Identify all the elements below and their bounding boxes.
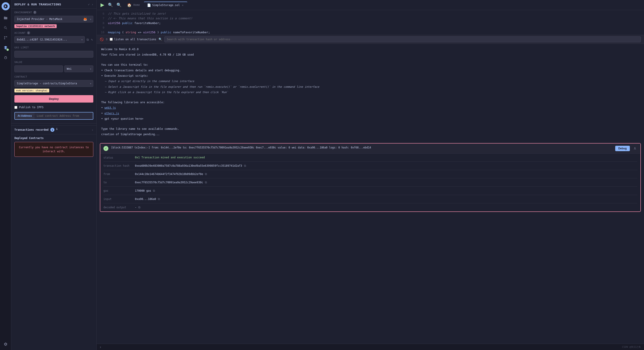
sidebar-item-debug[interactable] (2, 54, 10, 62)
code-line-9: 9 (97, 26, 644, 30)
code-line-10: 10 mapping ( string => uint256 ) public … (97, 30, 644, 35)
tab-home[interactable]: 🏠 Home (124, 2, 143, 8)
publish-ipfs-checkbox[interactable] (14, 106, 17, 109)
tx-detail-decoded: decoded output - ⧉ (104, 203, 637, 212)
sub1: – Input a script directly in the command… (101, 79, 640, 84)
contract-label: CONTRACT (11, 73, 96, 79)
deployed-contracts-section: Deployed Contracts Currently you have no… (11, 134, 96, 159)
deployed-title: Deployed Contracts (14, 136, 93, 140)
home-icon: 🏠 (127, 3, 132, 7)
check-icon[interactable]: ✓ (88, 3, 90, 6)
tx-success-icon: ✓ (104, 146, 108, 151)
environment-info-icon[interactable]: i (33, 11, 36, 14)
tx-detail-input: input 0xa90...186a0 ⧉ (104, 195, 637, 203)
line-num-6: 6 (97, 12, 108, 16)
contract-select[interactable]: SimpleStorage - contracts/SimpleStora (14, 80, 93, 87)
editor-toolbar: ▶ 🔍 🔍 🏠 Home 📄 SimpleStorage.sol ✕ (97, 0, 644, 10)
edit-address-icon[interactable]: ✎ (90, 37, 93, 42)
copy-input-icon[interactable]: ⧉ (158, 197, 160, 201)
listen-all-checkbox[interactable] (110, 38, 113, 41)
libraries-line: The following libraries are accessible: (101, 100, 640, 104)
transactions-recorded-section[interactable]: Transactions recorded 1 i › (11, 125, 96, 134)
line-num-9: 9 (97, 26, 108, 30)
copy-gas-icon[interactable]: ⧉ (153, 189, 155, 192)
value-unit-wrapper: Wei Gwei Ether ▾ (64, 66, 93, 72)
sidebar-item-files[interactable] (2, 14, 10, 22)
gas-limit-label: GAS LIMIT (11, 44, 96, 50)
tx-detail-to: to 0xec7f6535570cf5d7c70091ea9a3952c29ae… (104, 178, 637, 187)
deploy-badge (6, 48, 9, 51)
code-line-7: 7 // <- This means that this section is … (97, 16, 644, 21)
code-line-8: 8 uint256 public favoriteNumber; (97, 21, 644, 26)
pending-line: creation of SimpleStorage pending... (101, 132, 640, 136)
deploy-button[interactable]: Deploy (14, 95, 93, 102)
svg-point-3 (4, 36, 5, 37)
file-icon: 📄 (147, 3, 151, 7)
tx-chevron-icon: › (92, 128, 93, 132)
account-select[interactable]: 0xb82...c428f (2.59621451924... (14, 36, 85, 43)
expand-terminal-button[interactable]: › (100, 345, 101, 349)
sub2: – Select a Javascript file in the file e… (101, 84, 640, 89)
value-row: 0 Wei Gwei Ether ▾ (14, 66, 93, 72)
tx-count: 0 (106, 38, 108, 41)
line-num-8: 8 (97, 21, 108, 26)
copy-to-icon[interactable]: ⧉ (205, 180, 207, 184)
sidebar-item-settings[interactable] (2, 340, 10, 348)
bullet2: • Execute Javascript scripts: (101, 74, 640, 78)
network-badge: Sepolia (11155111) network (11, 24, 96, 29)
copy-from-icon[interactable]: ⧉ (205, 172, 207, 176)
gas-limit-input[interactable]: 3000000 (14, 51, 93, 58)
tx-details: status 0x1 Transaction mined and executi… (100, 154, 640, 212)
line-content-8: uint256 public favoriteNumber; (108, 21, 161, 26)
tx-info-icon[interactable]: i (56, 128, 60, 132)
terminal-welcome: Welcome to Remix 0.43.0 Your files are s… (97, 44, 644, 141)
value-unit-select[interactable]: Wei Gwei Ether (64, 66, 93, 72)
listen-label: listen on all transactions (114, 38, 156, 41)
zoom-in-button[interactable]: 🔍 (107, 2, 114, 8)
main-area: ▶ 🔍 🔍 🏠 Home 📄 SimpleStorage.sol ✕ 6 // … (97, 0, 644, 350)
tabs-bar: 🏠 Home 📄 SimpleStorage.sol ✕ (124, 2, 641, 8)
tx-result-header: ✓ [block:5333887 txIndex:-] from: 0x144.… (100, 144, 640, 154)
collapse-button[interactable]: ∧ (632, 146, 637, 151)
account-select-wrapper: 0xb82...c428f (2.59621451924... ▾ (14, 36, 85, 43)
tab-close-icon[interactable]: ✕ (181, 3, 184, 7)
evm-badge-wrapper: evm version: shanghai (11, 88, 96, 93)
transactions-title: Transactions recorded 1 i (14, 128, 60, 132)
arrow-right-icon[interactable]: › (92, 3, 93, 6)
search-icon: 🔍 (158, 38, 162, 41)
run-button[interactable]: ▶ (100, 1, 106, 8)
tx-detail-status: status 0x1 Transaction mined and executi… (104, 154, 637, 162)
sub3: – Right click on a Javascript file in th… (101, 90, 640, 94)
sidebar-item-deploy[interactable] (2, 44, 10, 52)
load-contract-input[interactable] (35, 112, 93, 119)
sidebar-panel: DEPLOY & RUN TRANSACTIONS ✓ › ENVIRONMEN… (11, 0, 97, 350)
zoom-out-button[interactable]: 🔍 (115, 2, 122, 8)
at-address-button[interactable]: At Address (15, 112, 35, 119)
tab-home-label: Home (133, 3, 140, 6)
icon-bar (0, 0, 11, 350)
account-label: ACCOUNT + (11, 29, 96, 35)
terminal-area[interactable]: Welcome to Remix 0.43.0 Your files are s… (97, 44, 644, 344)
sidebar-item-git[interactable] (2, 34, 10, 42)
line-content-10: mapping ( string => uint256 ) public nam… (108, 30, 210, 35)
gas-limit-row: 3000000 (14, 51, 93, 58)
tx-search-input[interactable] (164, 36, 641, 42)
no-contracts-box: Currently you have no contract instances… (14, 142, 93, 157)
value-input[interactable]: 0 (14, 66, 63, 72)
environment-select[interactable]: Injected Provider - MetaMask (14, 16, 93, 22)
debug-button[interactable]: Debug (615, 146, 630, 151)
tx-detail-from: from 0x144c28e14674b644f2f3474f63b10b09d… (104, 170, 637, 178)
copy-decoded-icon[interactable]: ⧉ (138, 206, 140, 209)
copy-address-icon[interactable]: ⧉ (86, 37, 89, 42)
from-value: 0x144c28e14674b644f2f3474f63b10b09dbb2ef… (135, 172, 203, 176)
listen-checkbox-wrapper: listen on all transactions (110, 38, 156, 41)
sidebar-item-search[interactable] (2, 24, 10, 32)
watermark: CSDN @快活之角 (622, 345, 641, 349)
account-info-icon[interactable]: + (27, 31, 30, 34)
tab-simple-storage[interactable]: 📄 SimpleStorage.sol ✕ (144, 2, 187, 8)
library-note: Type the library name to see available c… (101, 127, 640, 131)
clear-transactions-button[interactable]: 🚫 (100, 38, 104, 41)
copy-hash-icon[interactable]: ⧉ (244, 164, 246, 168)
gas-value: 170000 gas (135, 189, 151, 192)
publish-ipfs-row: Publish to IPFS (14, 106, 93, 109)
